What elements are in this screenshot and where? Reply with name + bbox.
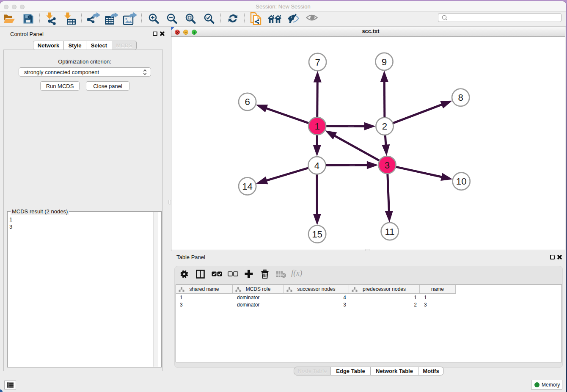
svg-text:11: 11 <box>385 226 395 237</box>
svg-text:6: 6 <box>245 97 250 107</box>
svg-text:9: 9 <box>382 57 387 67</box>
svg-text:15: 15 <box>312 229 322 240</box>
svg-text:2: 2 <box>382 121 387 132</box>
svg-text:3: 3 <box>385 160 390 171</box>
svg-text:8: 8 <box>458 92 463 103</box>
svg-text:1: 1 <box>314 121 319 132</box>
svg-text:14: 14 <box>242 181 253 192</box>
svg-text:4: 4 <box>314 160 319 171</box>
svg-text:7: 7 <box>315 57 320 68</box>
svg-text:10: 10 <box>456 176 467 187</box>
